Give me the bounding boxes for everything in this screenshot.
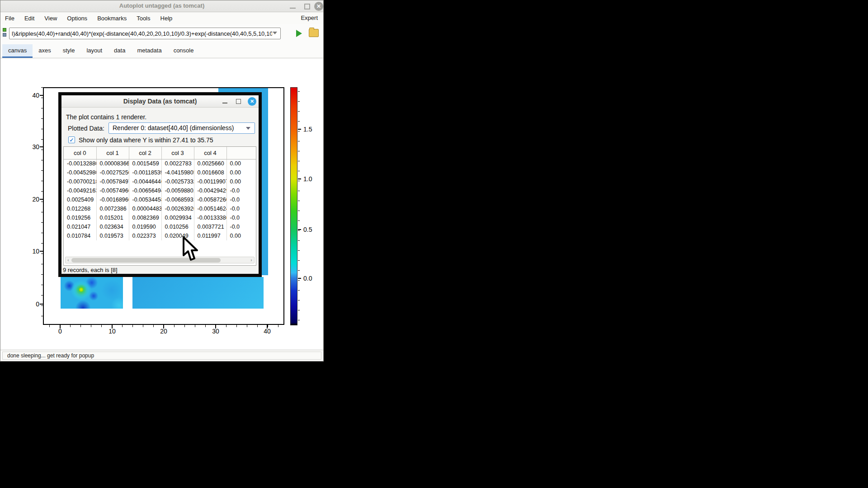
dialog-close-icon[interactable] (248, 97, 256, 106)
menu-file[interactable]: File (5, 14, 19, 23)
y-axis-label: 30 (26, 143, 39, 150)
table-row[interactable]: 0.0210470.0236340.0195900.0102560.003772… (64, 222, 256, 231)
tab-metadata[interactable]: metadata (131, 44, 167, 58)
colorbar-label: 0.5 (303, 226, 319, 233)
table-row[interactable]: -0.00452980...-0.00275250...-0.00118539.… (64, 168, 256, 177)
menu-edit[interactable]: Edit (19, 14, 39, 23)
y-axis-tick (40, 146, 43, 147)
close-icon[interactable] (314, 2, 323, 11)
autoplot-window: Autoplot untagged (as tomcat) File Edit … (0, 0, 324, 361)
tab-console[interactable]: console (168, 44, 200, 58)
colorbar-label: 1.0 (303, 175, 319, 183)
colorbar-label: 1.5 (303, 126, 319, 133)
data-table-head-row: col 0col 1col 2col 3col 4 (64, 147, 256, 159)
dialog-minimize-icon[interactable] (222, 103, 227, 103)
dialog-titlebar[interactable]: Display Data (as tomcat) (61, 95, 259, 108)
window-titlebar[interactable]: Autoplot untagged (as tomcat) (0, 0, 323, 12)
colorbar-tick (298, 229, 301, 230)
tab-style[interactable]: style (57, 44, 81, 58)
menu-bookmarks[interactable]: Bookmarks (92, 14, 132, 23)
heatmap-top-strip (218, 88, 268, 92)
heatmap-blue-patch (132, 277, 264, 309)
uri-bar (0, 24, 323, 43)
tab-layout[interactable]: layout (80, 44, 108, 58)
status-message: done sleeping... get ready for popup (2, 352, 321, 360)
display-data-dialog: Display Data (as tomcat) The plot contai… (58, 92, 262, 277)
tab-canvas[interactable]: canvas (2, 44, 33, 58)
tab-bar: canvas axes style layout data metadata c… (0, 43, 323, 58)
menu-view[interactable]: View (39, 14, 62, 23)
y-axis-minor-ticks (41, 87, 43, 325)
table-row[interactable]: 0.0025409-0.00168966...-0.00534458...-0.… (64, 195, 256, 204)
maximize-icon[interactable] (304, 4, 310, 9)
table-row[interactable]: 0.0192560.0152010.00823690.0029934-0.001… (64, 213, 256, 222)
colorbar (290, 87, 297, 325)
expert-label[interactable]: Expert (301, 14, 318, 21)
menu-help[interactable]: Help (156, 14, 178, 23)
table-row[interactable]: -0.00132880...0.0000836620.00154590.0022… (64, 159, 256, 168)
minimize-icon[interactable] (290, 8, 296, 9)
plotted-data-label: Plotted Data: (68, 125, 104, 132)
y-axis-tick (40, 95, 43, 96)
heatmap-ripple-patch (61, 277, 123, 309)
x-axis-label: 40 (260, 328, 274, 335)
colorbar-tick (298, 278, 301, 279)
y-axis-label: 0 (26, 300, 39, 308)
heatmap-right-strip (262, 92, 268, 275)
y-axis-label: 10 (26, 248, 39, 255)
x-axis-label: 20 (157, 328, 170, 335)
colorbar-tick (298, 129, 301, 130)
tab-data[interactable]: data (108, 44, 131, 58)
mouse-cursor-icon (182, 236, 198, 262)
go-play-button[interactable] (293, 28, 305, 39)
menu-options[interactable]: Options (62, 14, 92, 23)
x-axis-label: 30 (209, 328, 222, 335)
plotted-data-value: Renderer 0: dataset[40,40] (dimensionles… (113, 124, 234, 131)
y-axis-label: 20 (26, 196, 39, 203)
colorbar-minor-ticks (298, 87, 300, 325)
filter-checkbox[interactable] (68, 136, 75, 143)
chevron-down-icon[interactable] (273, 32, 277, 34)
table-row[interactable]: 0.0122680.00723860.000044839-0.00263926.… (64, 204, 256, 213)
tab-axes[interactable]: axes (33, 44, 57, 58)
records-summary: 9 records, each is [8] (63, 267, 118, 273)
x-axis-label: 0 (53, 328, 67, 335)
table-row[interactable]: 0.0107840.0195730.0223730.0200490.011997… (64, 231, 256, 240)
y-axis-tick (40, 199, 43, 200)
horizontal-scrollbar[interactable] (65, 257, 255, 263)
plotted-data-select[interactable]: Renderer 0: dataset[40,40] (dimensionles… (108, 122, 255, 134)
inspect-uri-icon[interactable] (309, 29, 319, 37)
uri-input[interactable] (9, 28, 281, 39)
y-axis-label: 40 (26, 92, 39, 99)
menu-tools[interactable]: Tools (132, 14, 155, 23)
dialog-maximize-icon[interactable] (236, 99, 241, 104)
status-bar: done sleeping... get ready for popup (0, 350, 323, 361)
menu-bar: File Edit View Options Bookmarks Tools H… (0, 12, 323, 24)
scroll-right-icon[interactable] (249, 257, 254, 263)
filter-label: Show only data where Y is within 27.41 t… (79, 136, 213, 144)
renderer-count-text: The plot contains 1 renderer. (66, 113, 146, 121)
table-row[interactable]: -0.00492163...-0.00574966...-0.00656494.… (64, 186, 256, 195)
data-table-body: -0.00132880...0.0000836620.00154590.0022… (64, 159, 256, 240)
scroll-left-icon[interactable] (66, 257, 71, 263)
window-title: Autoplot untagged (as tomcat) (0, 2, 323, 9)
colorbar-label: 0.0 (303, 275, 319, 282)
x-axis-label: 10 (105, 328, 119, 335)
data-table[interactable]: col 0col 1col 2col 3col 4 -0.00132880...… (63, 146, 256, 266)
colorbar-tick (298, 178, 301, 179)
dialog-title: Display Data (as tomcat) (61, 98, 259, 105)
y-axis-tick (40, 304, 43, 305)
y-axis-tick (40, 251, 43, 252)
datasource-led-icon (3, 28, 7, 38)
table-row[interactable]: -0.00700218...-0.00578497...-0.00446446.… (64, 177, 256, 186)
chevron-down-icon (246, 127, 250, 130)
